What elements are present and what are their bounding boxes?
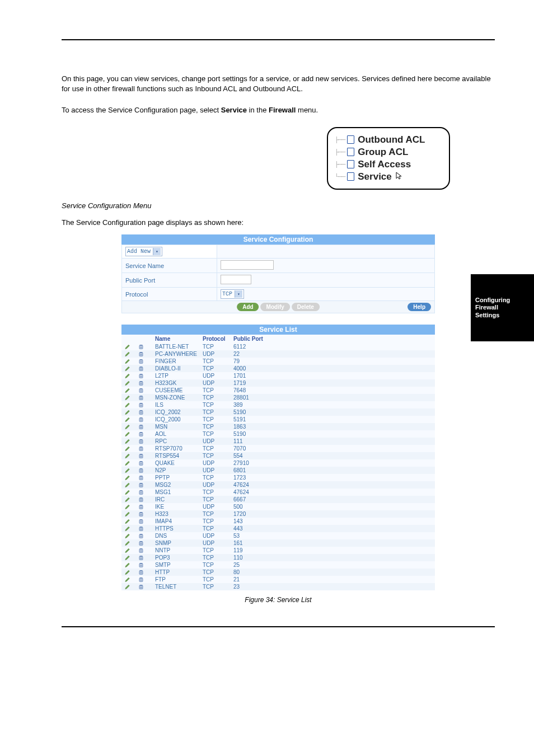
col-protocol: Protocol — [203, 336, 233, 342]
edit-icon[interactable] — [125, 387, 138, 393]
service-name-input[interactable] — [221, 260, 274, 270]
table-row: H323TCP1720 — [121, 510, 435, 518]
delete-icon[interactable] — [138, 547, 155, 553]
delete-icon[interactable] — [138, 416, 155, 422]
edit-icon[interactable] — [125, 344, 138, 350]
delete-icon[interactable] — [138, 453, 155, 459]
delete-icon[interactable] — [138, 576, 155, 583]
edit-icon[interactable] — [125, 431, 138, 437]
edit-icon[interactable] — [125, 402, 138, 408]
nav-tree-figure: ├── Outbound ACL ├── Group ACL ├── Self … — [327, 127, 450, 190]
service-configuration-panel: Service Configuration Add New ▾ Service … — [121, 234, 435, 313]
edit-icon[interactable] — [125, 460, 138, 466]
cell-name: DIABLO-II — [155, 365, 203, 372]
edit-icon[interactable] — [125, 395, 138, 401]
delete-icon[interactable] — [138, 511, 155, 517]
cell-protocol: TCP — [203, 365, 233, 372]
delete-icon[interactable] — [138, 482, 155, 488]
edit-icon[interactable] — [125, 365, 138, 372]
delete-icon[interactable] — [138, 504, 155, 510]
delete-icon[interactable] — [138, 402, 155, 408]
edit-icon[interactable] — [125, 496, 138, 503]
modify-button[interactable]: Modify — [261, 303, 290, 311]
delete-icon[interactable] — [138, 540, 155, 546]
delete-icon[interactable] — [138, 431, 155, 437]
edit-icon[interactable] — [125, 547, 138, 553]
cell-port: 1723 — [233, 475, 432, 481]
delete-button[interactable]: Delete — [292, 303, 320, 311]
table-row: TELNETTCP23 — [121, 583, 435, 590]
delete-icon[interactable] — [138, 445, 155, 452]
delete-icon[interactable] — [138, 409, 155, 415]
delete-icon[interactable] — [138, 489, 155, 495]
cell-name: RTSP554 — [155, 453, 203, 459]
edit-icon[interactable] — [125, 555, 138, 561]
edit-icon[interactable] — [125, 467, 138, 473]
cell-protocol: TCP — [203, 518, 233, 524]
add-new-select[interactable]: Add New ▾ — [125, 247, 162, 256]
cell-protocol: UDP — [203, 351, 233, 357]
cell-protocol: TCP — [203, 584, 233, 590]
delete-icon[interactable] — [138, 424, 155, 430]
edit-icon[interactable] — [125, 424, 138, 430]
chapter-label: Chapter 6 — [41, 41, 73, 50]
tree-connector-icon: ├── — [335, 161, 345, 168]
public-port-input[interactable] — [221, 275, 251, 284]
delete-icon[interactable] — [138, 395, 155, 401]
edit-icon[interactable] — [125, 576, 138, 583]
edit-icon[interactable] — [125, 438, 138, 444]
side-tab: ConfiguringFirewallSettings — [471, 274, 534, 341]
edit-icon[interactable] — [125, 482, 138, 488]
delete-icon[interactable] — [138, 518, 155, 524]
delete-icon[interactable] — [138, 460, 155, 466]
delete-icon[interactable] — [138, 562, 155, 568]
protocol-select[interactable]: TCP ▾ — [221, 289, 244, 299]
edit-icon[interactable] — [125, 409, 138, 415]
edit-icon[interactable] — [125, 504, 138, 510]
table-row: RTSP554TCP554 — [121, 452, 435, 459]
edit-icon[interactable] — [125, 540, 138, 546]
edit-icon[interactable] — [125, 453, 138, 459]
edit-icon[interactable] — [125, 584, 138, 590]
delete-icon[interactable] — [138, 533, 155, 539]
delete-icon[interactable] — [138, 555, 155, 561]
delete-icon[interactable] — [138, 351, 155, 357]
delete-icon[interactable] — [138, 373, 155, 379]
cell-port: 80 — [233, 569, 432, 575]
delete-icon[interactable] — [138, 584, 155, 590]
delete-icon[interactable] — [138, 467, 155, 473]
edit-icon[interactable] — [125, 511, 138, 517]
delete-icon[interactable] — [138, 387, 155, 393]
delete-icon[interactable] — [138, 569, 155, 575]
cell-protocol: TCP — [203, 445, 233, 452]
edit-icon[interactable] — [125, 569, 138, 575]
delete-icon[interactable] — [138, 358, 155, 364]
edit-icon[interactable] — [125, 358, 138, 364]
delete-icon[interactable] — [138, 344, 155, 350]
edit-icon[interactable] — [125, 518, 138, 524]
cell-name: HTTP — [155, 569, 203, 575]
help-button[interactable]: Help — [407, 303, 431, 311]
cell-protocol: TCP — [203, 395, 233, 401]
delete-icon[interactable] — [138, 475, 155, 481]
table-row: ICQ_2000TCP5191 — [121, 416, 435, 423]
edit-icon[interactable] — [125, 351, 138, 357]
cell-name: MSN-ZONE — [155, 395, 203, 401]
delete-icon[interactable] — [138, 496, 155, 503]
edit-icon[interactable] — [125, 380, 138, 386]
edit-icon[interactable] — [125, 416, 138, 422]
edit-icon[interactable] — [125, 475, 138, 481]
delete-icon[interactable] — [138, 380, 155, 386]
edit-icon[interactable] — [125, 533, 138, 539]
delete-icon[interactable] — [138, 365, 155, 372]
cell-protocol: TCP — [203, 475, 233, 481]
edit-icon[interactable] — [125, 562, 138, 568]
cell-protocol: TCP — [203, 409, 233, 415]
delete-icon[interactable] — [138, 525, 155, 532]
edit-icon[interactable] — [125, 373, 138, 379]
edit-icon[interactable] — [125, 445, 138, 452]
edit-icon[interactable] — [125, 489, 138, 495]
edit-icon[interactable] — [125, 525, 138, 532]
add-button[interactable]: Add — [237, 303, 259, 311]
delete-icon[interactable] — [138, 438, 155, 444]
